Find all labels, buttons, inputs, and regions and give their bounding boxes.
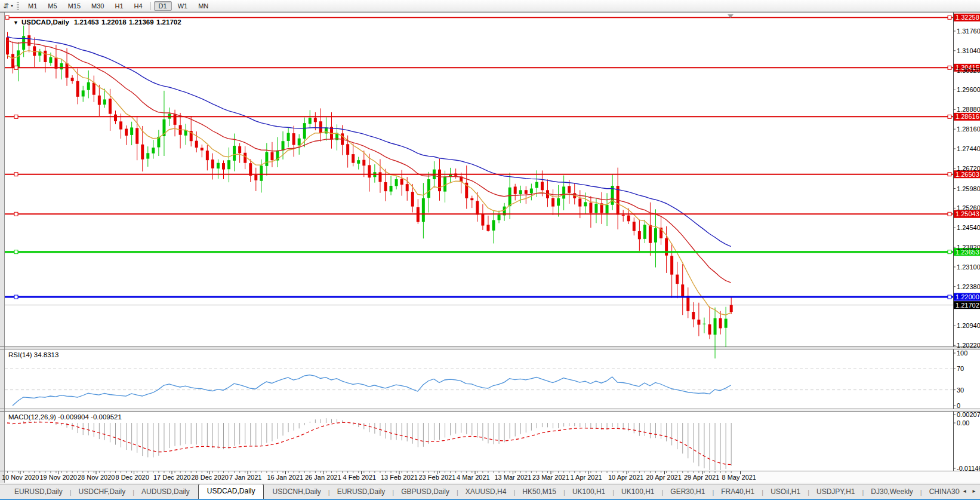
price-tick-label: 1.26720: [957, 165, 980, 172]
candle: [509, 188, 511, 206]
date-axis[interactable]: [5, 471, 980, 483]
rsi-label: RSI(14) 34.8313: [8, 351, 58, 358]
tab-eurusd-daily[interactable]: EURUSD,Daily: [330, 486, 393, 499]
tab-uk100-h1[interactable]: UK100,H1: [565, 486, 612, 499]
toolbar-drag-handle[interactable]: [17, 2, 19, 10]
macd-label: MACD(12,26,9) -0.009904 -0.009521: [8, 413, 122, 421]
candle: [152, 148, 155, 154]
date-label: 17 Dec 2020: [153, 474, 190, 481]
price-tick-label: 1.31040: [957, 47, 980, 54]
tab-hk50-m15[interactable]: HK50,M15: [515, 486, 563, 499]
price-tick-label: 1.28880: [957, 106, 980, 113]
macd-plot-area[interactable]: [5, 412, 980, 471]
candle: [362, 160, 365, 166]
toolbar-dropdown-caret-icon[interactable]: ▾: [11, 3, 13, 8]
chart-symbol-title: USDCAD,Daily: [21, 19, 69, 26]
line-handle[interactable]: [948, 115, 951, 118]
tab-fra40-h1[interactable]: FRA40,H1: [714, 486, 762, 499]
line-handle[interactable]: [5, 16, 9, 19]
candle: [562, 186, 565, 198]
candle: [535, 182, 538, 188]
line-handle[interactable]: [948, 250, 951, 254]
timeframe-button-W1[interactable]: W1: [173, 1, 193, 11]
candle: [98, 96, 101, 105]
date-label: 10 Nov 2020: [2, 474, 39, 481]
macd-tick-label: -0.011462: [957, 465, 980, 472]
price-tick-label: 1.27440: [957, 145, 980, 152]
candle: [217, 163, 220, 168]
candle: [594, 204, 597, 213]
tab-audusd-daily[interactable]: AUDUSD,Daily: [134, 486, 197, 499]
tab-eurusd-daily[interactable]: EURUSD,Daily: [7, 486, 70, 499]
timeframe-button-M15[interactable]: M15: [63, 1, 85, 11]
date-label: 4 Mar 2021: [457, 474, 490, 481]
line-handle[interactable]: [948, 173, 951, 176]
line-handle[interactable]: [948, 212, 951, 216]
candle: [400, 179, 403, 185]
candle: [714, 318, 717, 335]
tab-usdjpy-h1[interactable]: USDJPY,H1: [809, 486, 862, 499]
candle: [551, 198, 554, 206]
candle: [622, 215, 625, 216]
price-tick-label: 1.25260: [957, 204, 980, 211]
candle: [54, 58, 57, 69]
timeframe-button-H4[interactable]: H4: [130, 1, 147, 11]
tab-dj30-weekly[interactable]: DJ30,Weekly: [864, 486, 920, 499]
timeframe-button-M30[interactable]: M30: [87, 1, 109, 11]
timeframe-button-MN[interactable]: MN: [193, 1, 213, 11]
candle: [384, 182, 387, 191]
line-handle[interactable]: [14, 115, 18, 118]
price-tick-label: 1.28160: [957, 125, 980, 133]
candle: [146, 153, 149, 158]
line-handle[interactable]: [14, 66, 18, 69]
tab-usdcnh-daily[interactable]: USDCNH,Daily: [265, 486, 328, 499]
tab-usdcad-daily[interactable]: USDCAD,Daily: [198, 484, 264, 499]
tab-usoil-h1[interactable]: USOil,H1: [763, 486, 808, 499]
line-handle[interactable]: [14, 173, 18, 176]
candle: [233, 146, 236, 161]
rsi-tick-label: 100: [957, 349, 967, 357]
candle: [222, 163, 225, 170]
rsi-tick-label: 30: [957, 386, 964, 394]
timeframe-button-D1[interactable]: D1: [154, 1, 172, 11]
line-handle[interactable]: [14, 250, 18, 254]
timeframe-button-M5[interactable]: M5: [43, 1, 61, 11]
charts-toolbar-icon[interactable]: ⇵: [3, 1, 9, 11]
candle: [719, 318, 722, 329]
candle: [725, 319, 728, 328]
candle: [303, 123, 306, 139]
line-handle[interactable]: [14, 212, 18, 216]
tab-usdchf-daily[interactable]: USDCHF,Daily: [72, 486, 133, 499]
candle: [244, 153, 246, 163]
line-handle[interactable]: [948, 66, 951, 69]
date-label: 26 Jan 2021: [305, 474, 341, 481]
macd-tick-label: 0.002074: [957, 411, 980, 418]
line-handle[interactable]: [14, 295, 18, 299]
line-handle[interactable]: [948, 295, 951, 299]
timeframe-button-M1[interactable]: M1: [23, 1, 42, 11]
panel-splitter[interactable]: [5, 347, 980, 349]
tab-xauusd-h4[interactable]: XAUUSD,H4: [458, 486, 514, 499]
line-handle[interactable]: [948, 16, 951, 19]
tab-scroll-right-icon[interactable]: ►: [969, 487, 979, 495]
timeframe-button-H1[interactable]: H1: [110, 1, 128, 11]
candle: [82, 90, 85, 96]
quick-trade-arrow-icon[interactable]: ▼: [13, 20, 19, 26]
candle: [227, 160, 230, 169]
candle: [649, 225, 652, 243]
tab-ger30-h1[interactable]: GER30,H1: [663, 486, 712, 499]
candle: [708, 324, 711, 335]
tab-uk100-h1[interactable]: UK100,H1: [614, 486, 661, 499]
level-price-label-text: 1.22000: [956, 293, 979, 300]
left-window-edge: [0, 12, 4, 483]
rsi-plot-area[interactable]: [5, 349, 980, 409]
candle: [395, 179, 398, 186]
date-label: 19 Nov 2020: [40, 474, 77, 481]
chart-area[interactable]: 1.322581.304151.286161.265031.250431.236…: [0, 12, 980, 484]
date-label: 20 Apr 2021: [646, 474, 682, 481]
candle: [260, 165, 263, 181]
candle: [498, 214, 501, 220]
tab-scroll-left-icon[interactable]: ◄: [960, 487, 969, 495]
tab-gbpusd-daily[interactable]: GBPUSD,Daily: [394, 486, 457, 499]
date-label: 10 Apr 2021: [608, 474, 643, 481]
